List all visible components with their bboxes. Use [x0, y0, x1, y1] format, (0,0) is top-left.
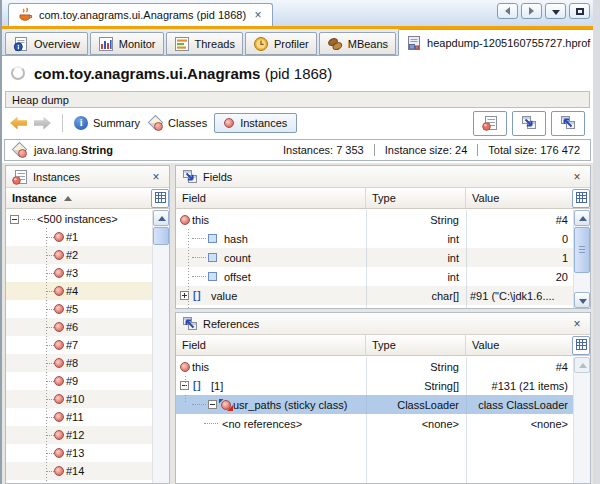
tree-connector: [46, 327, 54, 328]
cell-value: 20: [466, 271, 573, 283]
column-field[interactable]: Field: [176, 188, 366, 208]
instance-item[interactable]: #6: [6, 318, 152, 336]
tab-monitor[interactable]: Monitor: [90, 32, 164, 55]
table-row[interactable]: countint1: [176, 248, 573, 267]
instance-label: #4: [66, 285, 78, 297]
tab-heapdump-1205160755727-hprof[interactable]: heapdump-1205160755727.hprof×: [398, 29, 600, 56]
array-icon: [193, 380, 206, 391]
table-row[interactable]: CASE_INSENSITIVE_ORDERString$CaseInse...…: [176, 305, 573, 308]
back-arrow-icon[interactable]: [10, 117, 27, 130]
close-icon[interactable]: ×: [570, 317, 584, 331]
table-row[interactable]: <no references><none><none>: [176, 414, 573, 433]
selected-class-bar: java.lang.String Instances: 7 353Instanc…: [4, 139, 591, 161]
close-icon[interactable]: ×: [252, 10, 264, 20]
scroll-up-icon[interactable]: [574, 210, 590, 226]
dropdown-icon[interactable]: [545, 3, 566, 19]
instance-dot-icon: [54, 268, 64, 278]
close-icon[interactable]: ×: [595, 38, 600, 48]
instance-item[interactable]: #11: [6, 408, 152, 426]
instances-view-button[interactable]: [473, 111, 507, 136]
grid-icon: [576, 339, 587, 352]
tab-overview[interactable]: Overview: [5, 32, 88, 55]
instance-item[interactable]: #8: [6, 354, 152, 372]
scroll-up-icon[interactable]: [574, 357, 590, 373]
cell-field: this: [176, 361, 366, 373]
column-type[interactable]: Type: [366, 335, 466, 355]
instance-label: #6: [66, 321, 78, 333]
fields-view-button[interactable]: [512, 111, 546, 136]
instance-item[interactable]: #13: [6, 444, 152, 462]
column-value[interactable]: Value: [466, 188, 572, 208]
instance-item[interactable]: #5: [6, 300, 152, 318]
collapse-handle[interactable]: [208, 400, 217, 409]
tree-root-row[interactable]: <500 instances>: [6, 210, 152, 228]
instance-item[interactable]: #4: [6, 282, 152, 300]
instance-item[interactable]: #3: [6, 264, 152, 282]
table-row[interactable]: thisString#4: [176, 357, 573, 376]
scrollbar-thumb[interactable]: [153, 227, 169, 245]
classes-button[interactable]: Classes: [147, 115, 207, 131]
instance-item[interactable]: #9: [6, 372, 152, 390]
expand-handle[interactable]: [180, 291, 189, 300]
column-type[interactable]: Type: [366, 188, 466, 208]
close-icon[interactable]: ×: [570, 170, 584, 184]
instance-item[interactable]: #14: [6, 462, 152, 480]
instances-button[interactable]: Instances: [214, 113, 297, 133]
scroll-right-icon[interactable]: [521, 3, 542, 19]
cell-field: count: [176, 252, 366, 264]
instances-scrollbar[interactable]: [152, 210, 169, 483]
maximize-icon[interactable]: [569, 3, 590, 19]
scroll-down-icon[interactable]: [574, 292, 590, 308]
references-view-button[interactable]: [551, 111, 585, 136]
scrollbar-thumb[interactable]: [574, 227, 590, 273]
close-icon[interactable]: ×: [149, 170, 163, 184]
scroll-left-icon[interactable]: [497, 3, 518, 19]
static-field-icon: [221, 400, 231, 410]
cell-value: <none>: [466, 418, 573, 430]
tab-mbeans[interactable]: MBeans: [319, 32, 396, 55]
class-stats: Instances: 7 353Instance size: 24Total s…: [273, 144, 590, 156]
instance-item[interactable]: #7: [6, 336, 152, 354]
class-stat-1: Instance size: 24: [374, 144, 478, 156]
collapse-handle[interactable]: [180, 381, 189, 390]
window-tab-anagrams[interactable]: com.toy.anagrams.ui.Anagrams (pid 1868) …: [8, 3, 273, 26]
scroll-up-icon[interactable]: [153, 210, 169, 226]
tab-threads[interactable]: Threads: [166, 32, 243, 55]
table-row[interactable]: valuechar[]#91 ("C:\jdk1.6....: [176, 286, 573, 305]
instance-item[interactable]: #15: [6, 480, 152, 483]
grid-icon: [576, 192, 587, 205]
cell-value: 0: [466, 233, 573, 245]
column-picker-button[interactable]: [572, 336, 590, 355]
instance-item[interactable]: #12: [6, 426, 152, 444]
tab-profiler[interactable]: Profiler: [245, 32, 317, 55]
instance-item[interactable]: #10: [6, 390, 152, 408]
java-app-icon: [17, 7, 33, 23]
references-scrollbar[interactable]: [573, 357, 590, 483]
instances-column-header[interactable]: Instance: [6, 188, 169, 209]
references-view-icon: [182, 316, 198, 332]
forward-arrow-icon[interactable]: [34, 117, 51, 130]
collapse-handle[interactable]: [10, 215, 19, 224]
instances-panel: Instances × Instance <500 instances>#1#2…: [5, 165, 170, 484]
column-value[interactable]: Value: [466, 335, 572, 355]
tree-connector: [192, 238, 206, 239]
instance-dot-icon: [54, 286, 64, 296]
instance-item[interactable]: #2: [6, 246, 152, 264]
cell-type: int: [366, 252, 466, 264]
fields-scrollbar[interactable]: [573, 210, 590, 308]
instance-dot-icon: [54, 322, 64, 332]
column-picker-button[interactable]: [151, 189, 169, 208]
table-row[interactable]: [1]String[]#131 (21 items): [176, 376, 573, 395]
column-field[interactable]: Field: [176, 335, 366, 355]
column-picker-button[interactable]: [572, 189, 590, 208]
cell-value: 1: [466, 252, 573, 264]
summary-button[interactable]: Summary: [74, 116, 140, 130]
instance-item[interactable]: #1: [6, 228, 152, 246]
profiler-icon: [253, 36, 269, 52]
references-panel: References × Field Type Value thisString…: [175, 312, 591, 484]
heapdump-icon: [406, 35, 422, 51]
table-row[interactable]: hashint0: [176, 229, 573, 248]
table-row[interactable]: usr_paths (sticky class)ClassLoaderclass…: [176, 395, 573, 414]
table-row[interactable]: thisString#4: [176, 210, 573, 229]
table-row[interactable]: offsetint20: [176, 267, 573, 286]
